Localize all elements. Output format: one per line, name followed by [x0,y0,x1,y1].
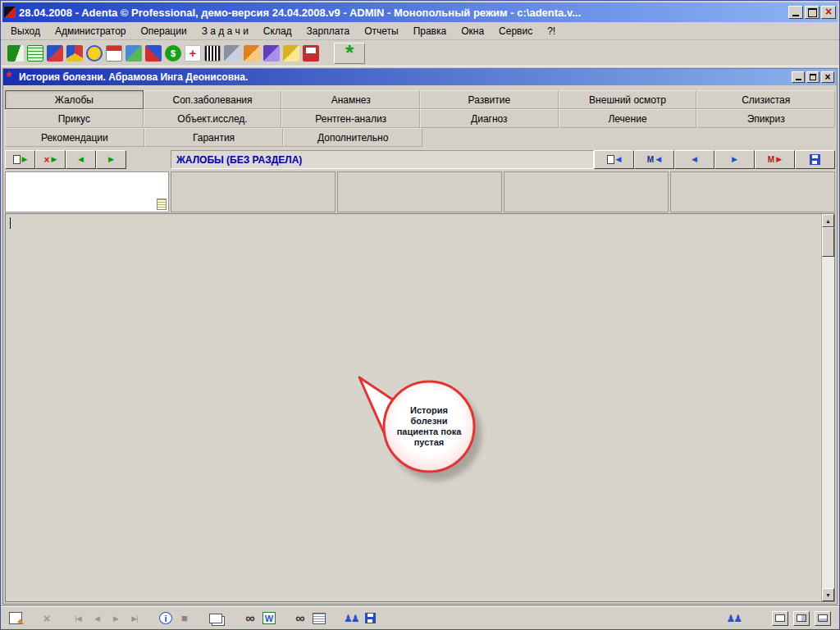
first-arrow-icon [655,156,661,163]
stop-icon[interactable] [178,611,191,626]
minimize-button[interactable] [788,6,803,19]
app-icon [4,7,16,18]
users-icon[interactable] [344,611,358,626]
barcode-icon[interactable] [204,45,221,62]
menu-item-salary[interactable]: Зарплата [300,24,357,39]
group-icon[interactable] [224,45,240,62]
tab-xray-analysis[interactable]: Рентген-анализ [281,109,420,128]
history-content: История болезни пациента пока пустая [5,213,835,602]
info-icon[interactable] [159,612,172,624]
exit-icon[interactable] [7,45,24,62]
tab-mucosa[interactable]: Слизистая [696,90,835,109]
child-close-button[interactable] [821,71,834,83]
tab-empty-2 [560,128,698,147]
binoculars-icon[interactable] [244,611,257,626]
menu-item-tasks[interactable]: З а д а ч и [195,24,255,39]
medical-icon[interactable] [185,45,201,62]
calendar-icon[interactable] [106,45,122,62]
section-delete-button[interactable] [35,150,66,169]
copy-icon[interactable] [209,614,222,623]
menu-item-edit[interactable]: Правка [407,24,454,39]
payments-icon[interactable] [165,45,181,62]
tab-recommendations[interactable]: Рекомендации [5,128,144,147]
layout-single-button[interactable] [772,611,788,626]
transfer-icon[interactable] [145,45,162,62]
note-icon [157,199,167,210]
menu-item-administrator[interactable]: Администратор [48,24,133,39]
layout-split-button[interactable] [793,611,810,626]
staff-icon[interactable] [66,45,83,62]
patient-history-window: История болезни. Абрамова Инга Деонисовн… [2,68,838,605]
tab-anamnesis[interactable]: Анамнез [281,90,420,109]
scroll-up-button[interactable] [822,214,834,227]
record-next-button[interactable] [714,150,755,169]
scroll-down-button[interactable] [822,588,834,601]
m-label-red: М [768,156,774,164]
record-first-button[interactable]: М [634,150,674,169]
search-icon[interactable] [294,611,307,626]
patients-icon[interactable] [47,45,63,62]
cards-icon[interactable] [126,45,142,62]
layout-stack-icon [818,614,828,622]
header-panel-3 [504,171,669,212]
tab-external-exam[interactable]: Внешний осмотр [559,90,697,109]
layout-stack-button[interactable] [815,611,831,626]
page-icon [607,155,614,164]
menu-item-exit[interactable]: Выход [4,24,47,39]
notes-icon[interactable] [313,613,326,624]
menu-item-reports[interactable]: Отчеты [358,24,404,39]
section-label: ЖАЛОБЫ (БЕЗ РАЗДЕЛА) [171,150,594,169]
menu-item-help[interactable]: ?! [541,24,562,39]
section-next-button[interactable] [96,150,126,169]
history-text-area[interactable]: История болезни пациента пока пустая [6,214,821,601]
tab-objective-exam[interactable]: Объект.исслед. [144,109,282,128]
record-save-button[interactable] [795,150,835,169]
scroll-track[interactable] [822,227,834,588]
tab-warranty[interactable]: Гарантия [144,128,284,147]
tab-epicrisis[interactable]: Эпикриз [696,109,835,128]
prior-record-icon[interactable] [90,611,103,626]
record-edit-panel[interactable] [5,171,169,212]
menu-item-service[interactable]: Сервис [492,24,539,39]
service-icon[interactable] [341,45,358,62]
tab-diagnosis[interactable]: Диагноз [420,109,559,128]
tab-complaints[interactable]: Жалобы [5,90,144,109]
archive-icon[interactable] [303,45,319,62]
record-prev-button[interactable] [674,150,714,169]
next-record-icon[interactable] [109,611,122,626]
menu-item-warehouse[interactable]: Склад [257,24,299,39]
last-arrow-icon [776,156,782,163]
first-record-icon[interactable] [71,611,84,626]
sessions-icon[interactable] [726,611,741,626]
record-navbar: ЖАЛОБЫ (БЕЗ РАЗДЕЛА) М М [5,150,835,169]
tab-concomitant-diseases[interactable]: Соп.заболевания [144,90,282,109]
child-minimize-button[interactable] [792,71,805,83]
tab-additional[interactable]: Дополнительно [283,128,422,147]
window-title: 28.04.2008 - Adenta © Professional, демо… [19,7,785,19]
scroll-thumb[interactable] [822,227,834,257]
menu-item-windows[interactable]: Окна [454,24,491,39]
menu-item-operations[interactable]: Операции [134,24,193,39]
maximize-button[interactable] [805,6,819,19]
blue-arrow-icon [616,156,622,163]
team-icon[interactable] [244,45,260,62]
close-button[interactable] [821,6,836,19]
clock-icon[interactable] [86,45,103,62]
section-open-button[interactable] [5,150,35,169]
record-last-button[interactable]: М [755,150,795,169]
tab-treatment[interactable]: Лечение [559,109,697,128]
worklist-icon[interactable] [27,45,43,62]
key-icon[interactable] [283,45,299,62]
next-arrow-icon [732,156,737,163]
last-record-icon[interactable] [128,611,141,626]
child-restore-button[interactable] [806,71,819,83]
new-record-icon[interactable] [9,612,22,624]
tab-bite[interactable]: Прикус [5,109,144,128]
section-prev-button[interactable] [66,150,96,169]
save-icon[interactable] [365,613,376,623]
word-export-icon[interactable]: W [262,612,276,624]
record-export-button[interactable] [594,150,634,169]
delete-record-icon[interactable] [40,611,53,626]
disk-icon[interactable] [263,45,280,62]
tab-development[interactable]: Развитие [420,90,559,109]
